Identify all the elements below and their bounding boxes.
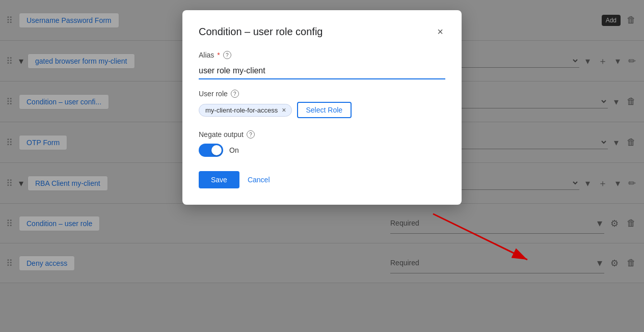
modal-header: Condition – user role config ×	[199, 24, 445, 39]
cancel-button[interactable]: Cancel	[248, 176, 270, 184]
alias-label: Alias * ?	[199, 51, 445, 59]
modal-dialog: Condition – user role config × Alias * ?…	[182, 10, 462, 205]
role-chip: my-client-role-for-access ×	[199, 104, 292, 117]
background-content: ⠿ Username Password Form Add 🗑 ⠿ ▾ gated…	[0, 0, 644, 332]
save-button[interactable]: Save	[199, 171, 239, 188]
modal-title: Condition – user role config	[199, 26, 323, 38]
negate-toggle[interactable]	[199, 144, 223, 157]
toggle-state-label: On	[229, 146, 239, 154]
modal-actions: Save Cancel	[199, 171, 445, 188]
alias-input[interactable]	[199, 63, 445, 79]
user-role-help-icon[interactable]: ?	[231, 90, 239, 98]
negate-help-icon[interactable]: ?	[247, 130, 255, 139]
close-button[interactable]: ×	[435, 24, 445, 39]
role-row: my-client-role-for-access × Select Role	[199, 102, 445, 118]
negate-row: On	[199, 144, 445, 157]
modal-overlay: Condition – user role config × Alias * ?…	[0, 0, 644, 332]
select-role-button[interactable]: Select Role	[297, 102, 352, 118]
user-role-section: User role ? my-client-role-for-access × …	[199, 90, 445, 118]
user-role-label: User role ?	[199, 90, 445, 98]
negate-section: Negate output ? On	[199, 130, 445, 157]
alias-help-icon[interactable]: ?	[223, 51, 231, 59]
role-chip-remove-button[interactable]: ×	[281, 106, 287, 114]
negate-label: Negate output ?	[199, 130, 445, 139]
